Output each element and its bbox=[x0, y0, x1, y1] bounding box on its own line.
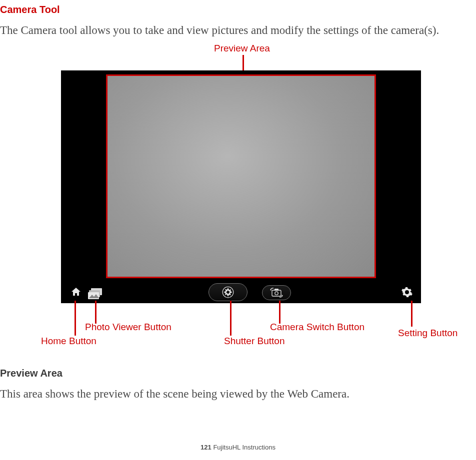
photo-viewer-button[interactable] bbox=[87, 287, 104, 300]
setting-button[interactable] bbox=[400, 285, 414, 299]
annotated-diagram: Preview Area bbox=[0, 43, 476, 363]
shutter-icon bbox=[222, 286, 234, 299]
camera-switch-icon bbox=[269, 288, 284, 298]
svg-rect-4 bbox=[272, 290, 281, 296]
callout-camera-switch-button: Camera Switch Button bbox=[270, 322, 364, 333]
shutter-button[interactable] bbox=[208, 283, 248, 301]
page-footer: 121 FujitsuHL Instructions bbox=[0, 444, 476, 451]
callout-photo-viewer-button: Photo Viewer Button bbox=[85, 322, 172, 333]
toolbar bbox=[61, 281, 421, 303]
section-heading: Camera Tool bbox=[0, 4, 60, 15]
callout-shutter-button: Shutter Button bbox=[224, 336, 284, 347]
callout-home-button: Home Button bbox=[41, 336, 96, 347]
photo-viewer-icon bbox=[88, 288, 103, 299]
leader-setting-button bbox=[411, 301, 412, 327]
intro-text: The Camera tool allows you to take and v… bbox=[0, 24, 439, 37]
subsection-heading: Preview Area bbox=[0, 368, 62, 379]
camera-tool-screenshot bbox=[61, 70, 421, 303]
callout-setting-button: Setting Button bbox=[398, 328, 458, 339]
page-number: 121 bbox=[200, 444, 212, 451]
footer-label: FujitsuHL Instructions bbox=[212, 444, 276, 451]
subsection-text: This area shows the preview of the scene… bbox=[0, 388, 350, 401]
gear-icon bbox=[401, 286, 413, 298]
home-button[interactable] bbox=[69, 285, 83, 299]
camera-switch-button[interactable] bbox=[262, 285, 291, 300]
svg-rect-5 bbox=[274, 289, 278, 291]
svg-point-6 bbox=[275, 292, 278, 295]
leader-home-button bbox=[74, 301, 76, 336]
leader-shutter-button bbox=[230, 301, 232, 336]
callout-preview-area: Preview Area bbox=[214, 43, 270, 54]
home-icon bbox=[70, 286, 82, 298]
leader-photo-viewer-button bbox=[95, 301, 96, 324]
leader-camera-switch-button bbox=[279, 301, 280, 324]
preview-area bbox=[106, 74, 376, 278]
